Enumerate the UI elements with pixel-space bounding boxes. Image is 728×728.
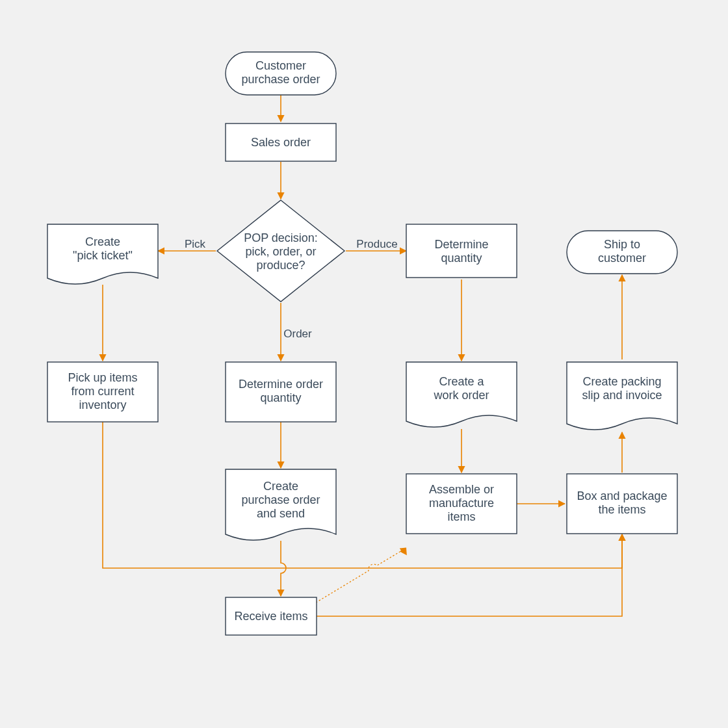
node-create-po: Create purchase order and send	[226, 469, 336, 540]
node-text: work order	[433, 389, 489, 402]
node-text: Create packing	[582, 375, 661, 388]
edge-receive-to-assemble-arrowhead	[400, 548, 410, 557]
edge-receive-to-box	[316, 534, 622, 616]
node-text: produce?	[256, 259, 305, 272]
node-text: quantity	[441, 252, 482, 265]
node-text: purchase order	[241, 73, 320, 86]
node-text: Create a	[439, 375, 484, 388]
node-text: inventory	[79, 398, 126, 411]
node-customer-purchase-order: Customer purchase order	[226, 52, 336, 95]
node-box-package: Box and package the items	[567, 474, 677, 534]
node-text: POP decision:	[244, 231, 318, 244]
node-pickup-items: Pick up items from current inventory	[47, 362, 158, 422]
node-sales-order: Sales order	[226, 124, 336, 161]
node-text: pick, order, or	[245, 245, 316, 258]
node-text: Receive items	[234, 610, 307, 623]
node-text: Determine	[434, 238, 488, 251]
node-pick-ticket: Create "pick ticket"	[47, 224, 158, 284]
node-pop-decision: POP decision: pick, order, or produce?	[217, 200, 344, 302]
node-text: Determine order	[239, 378, 323, 391]
node-packing-slip: Create packing slip and invoice	[567, 362, 677, 430]
flowchart-canvas: Pick Produce Order Customer purchase ord…	[0, 0, 728, 728]
edge-receive-to-assemble-dotted	[316, 548, 406, 603]
node-text: Ship to	[604, 238, 640, 251]
edge-pickup-to-box	[103, 422, 622, 568]
edge-label-produce: Produce	[356, 238, 397, 250]
edge-label-pick: Pick	[185, 238, 206, 250]
svg-rect-3	[406, 224, 517, 278]
node-text: from current	[71, 385, 134, 398]
node-text: Assemble or	[429, 483, 494, 496]
node-text: Create	[263, 480, 298, 493]
node-receive-items: Receive items	[226, 597, 317, 635]
edge-label-order: Order	[283, 328, 312, 340]
node-ship-to-customer: Ship to customer	[567, 231, 677, 274]
node-text: and send	[257, 507, 305, 520]
node-text: Box and package	[577, 489, 667, 502]
node-determine-order-quantity: Determine order quantity	[226, 362, 336, 422]
node-text: Sales order	[251, 136, 311, 149]
node-determine-quantity: Determine quantity	[406, 224, 517, 278]
node-text: slip and invoice	[582, 389, 662, 402]
node-text: the items	[598, 503, 645, 516]
node-text: "pick ticket"	[73, 249, 133, 262]
node-text: quantity	[260, 391, 301, 404]
node-text: Create	[85, 235, 120, 248]
node-work-order: Create a work order	[406, 362, 517, 427]
node-text: items	[447, 510, 475, 523]
node-text: customer	[598, 252, 646, 265]
node-text: Pick up items	[68, 371, 137, 384]
node-text: purchase order	[241, 493, 320, 506]
node-text: manufacture	[429, 497, 494, 510]
node-assemble: Assemble or manufacture items	[406, 474, 517, 534]
node-text: Customer	[255, 59, 306, 72]
